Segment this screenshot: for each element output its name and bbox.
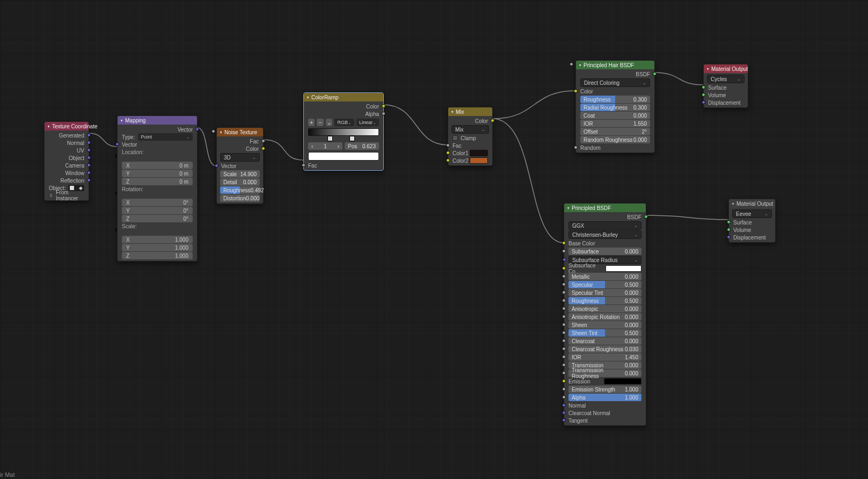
socket[interactable] bbox=[562, 347, 566, 351]
socket[interactable] bbox=[446, 151, 450, 155]
node-header[interactable]: ▾Material Output bbox=[729, 199, 775, 208]
socket[interactable] bbox=[562, 339, 566, 343]
distribution-dropdown[interactable]: GGX⌄ bbox=[568, 221, 641, 230]
socket[interactable] bbox=[562, 355, 566, 359]
color-field[interactable]: Emission bbox=[564, 378, 646, 385]
random-roughness-field[interactable]: Random Roughness0.000 bbox=[580, 136, 650, 143]
socket[interactable] bbox=[562, 282, 566, 286]
socket[interactable] bbox=[382, 112, 385, 115]
distortion-field[interactable]: Distortion0.000 bbox=[220, 194, 260, 202]
socket[interactable] bbox=[115, 190, 116, 197]
target-dropdown[interactable]: Cycles⌄ bbox=[707, 75, 745, 83]
socket[interactable] bbox=[574, 89, 578, 93]
socket[interactable] bbox=[562, 379, 566, 383]
collapse-icon[interactable]: ▾ bbox=[732, 201, 734, 206]
loc-x[interactable]: X0 m bbox=[122, 162, 193, 169]
radial-roughness-field[interactable]: Radial Roughness0.300 bbox=[580, 104, 650, 111]
anisotropic-rotation-field[interactable]: Anisotropic Rotation0.000 bbox=[568, 313, 641, 321]
alpha-field[interactable]: Alpha1.000 bbox=[568, 394, 641, 401]
socket[interactable] bbox=[562, 241, 566, 245]
socket[interactable] bbox=[195, 127, 199, 131]
scale-x[interactable]: X1.000 bbox=[122, 236, 193, 243]
specular-field[interactable]: Specular0.500 bbox=[568, 281, 641, 288]
blend-dropdown[interactable]: Mix⌄ bbox=[451, 125, 489, 134]
socket[interactable] bbox=[211, 129, 215, 133]
sss-dropdown[interactable]: Christensen-Burley⌄ bbox=[568, 230, 641, 239]
socket[interactable] bbox=[87, 133, 91, 137]
node-colorramp[interactable]: ▾ColorRamp Color Alpha + − ⌄ RGB⌄ Linear… bbox=[303, 92, 384, 171]
socket[interactable] bbox=[261, 147, 265, 150]
socket[interactable] bbox=[562, 307, 566, 310]
node-header[interactable]: ▾Principled Hair BSDF bbox=[576, 61, 654, 69]
target-dropdown[interactable]: Eevee⌄ bbox=[732, 209, 772, 218]
node-noise-texture[interactable]: ▾Noise Texture Fac Color 3D⌄ Vector Scal… bbox=[216, 127, 264, 204]
node-header[interactable]: ▾Texture Coordinate bbox=[45, 122, 89, 130]
socket[interactable] bbox=[702, 85, 705, 89]
clamp-checkbox[interactable]: Clamp bbox=[448, 134, 492, 142]
ior-field[interactable]: IOR1.550 bbox=[580, 120, 650, 127]
socket[interactable] bbox=[446, 158, 450, 162]
node-principled-bsdf[interactable]: ▾Principled BSDF BSDF GGX⌄ Christensen-B… bbox=[564, 203, 646, 426]
socket[interactable] bbox=[562, 403, 566, 407]
collapse-icon[interactable]: ▾ bbox=[307, 95, 309, 100]
stop-color[interactable] bbox=[308, 152, 379, 161]
socket[interactable] bbox=[653, 72, 657, 76]
roughness-field[interactable]: Roughness0.500 bbox=[568, 297, 641, 304]
socket[interactable] bbox=[562, 315, 566, 318]
socket[interactable] bbox=[562, 371, 566, 375]
emission-strength-field[interactable]: Emission Strength1.000 bbox=[568, 386, 641, 393]
rot-z[interactable]: Z0° bbox=[122, 215, 193, 222]
socket[interactable] bbox=[87, 171, 91, 175]
coat-field[interactable]: Coat0.000 bbox=[580, 112, 650, 119]
socket[interactable] bbox=[702, 100, 705, 104]
node-header[interactable]: ▾Principled BSDF bbox=[564, 204, 646, 212]
socket[interactable] bbox=[302, 163, 305, 167]
coloring-dropdown[interactable]: Direct Coloring⌄ bbox=[580, 78, 650, 87]
socket[interactable] bbox=[87, 156, 91, 159]
rot-x[interactable]: X0° bbox=[122, 199, 193, 206]
node-principled-hair[interactable]: ▾Principled Hair BSDF BSDF Direct Colori… bbox=[575, 60, 655, 153]
node-texture-coordinate[interactable]: ▾Texture Coordinate Generated Normal UV … bbox=[44, 121, 89, 201]
scale-z[interactable]: Z1.000 bbox=[122, 252, 193, 259]
collapse-icon[interactable]: ▾ bbox=[121, 118, 122, 123]
ior-field[interactable]: IOR1.450 bbox=[568, 353, 641, 361]
node-header[interactable]: ▾Mix bbox=[448, 107, 492, 116]
socket[interactable] bbox=[562, 331, 566, 335]
socket[interactable] bbox=[562, 411, 566, 415]
stop-pos[interactable]: Pos0.623 bbox=[345, 142, 379, 150]
mode-dropdown[interactable]: RGB⌄ bbox=[334, 119, 354, 126]
socket[interactable] bbox=[382, 104, 385, 108]
node-header[interactable]: ▾Mapping bbox=[118, 116, 197, 125]
color-field[interactable]: Subsurface Co.. bbox=[564, 265, 646, 272]
loc-y[interactable]: Y0 m bbox=[122, 170, 193, 177]
node-mix[interactable]: ▾Mix Color Mix⌄ Clamp Fac Color1 Color2 bbox=[448, 107, 493, 166]
socket[interactable] bbox=[574, 146, 578, 149]
socket[interactable] bbox=[562, 323, 566, 326]
scale-field[interactable]: Scale14.900 bbox=[220, 170, 260, 178]
node-material-output-eevee[interactable]: ▾Material Output Eevee⌄ Surface Volume D… bbox=[728, 199, 776, 243]
transmission-roughness-field[interactable]: Transmission Roughness0.000 bbox=[568, 369, 641, 377]
specular-tint-field[interactable]: Specular Tint0.000 bbox=[568, 289, 641, 296]
ramp-handles[interactable] bbox=[308, 136, 379, 141]
dropdown-button[interactable]: ⌄ bbox=[326, 119, 332, 126]
socket[interactable] bbox=[562, 266, 566, 270]
node-mapping[interactable]: ▾Mapping Vector Type: Point⌄ Vector Loca… bbox=[117, 115, 198, 262]
collapse-icon[interactable]: ▾ bbox=[451, 110, 453, 114]
offset-field[interactable]: Offset2° bbox=[580, 128, 650, 135]
socket[interactable] bbox=[261, 139, 265, 143]
socket[interactable] bbox=[727, 228, 731, 231]
color-swatch[interactable] bbox=[606, 265, 641, 272]
interp-dropdown[interactable]: Linear⌄ bbox=[356, 119, 379, 126]
clearcoat-field[interactable]: Clearcoat0.000 bbox=[568, 337, 641, 345]
socket[interactable] bbox=[570, 62, 573, 66]
clearcoat-roughness-field[interactable]: Clearcoat Roughness0.030 bbox=[568, 345, 641, 353]
socket[interactable] bbox=[87, 148, 91, 152]
color1-swatch[interactable] bbox=[470, 150, 488, 156]
remove-stop-button[interactable]: − bbox=[317, 119, 323, 126]
scale-y[interactable]: Y1.000 bbox=[122, 244, 193, 251]
color2-swatch[interactable] bbox=[470, 157, 488, 164]
ramp-handle[interactable] bbox=[327, 136, 333, 141]
socket[interactable] bbox=[115, 153, 116, 159]
socket[interactable] bbox=[87, 178, 91, 182]
node-header[interactable]: ▾ColorRamp bbox=[304, 93, 383, 101]
